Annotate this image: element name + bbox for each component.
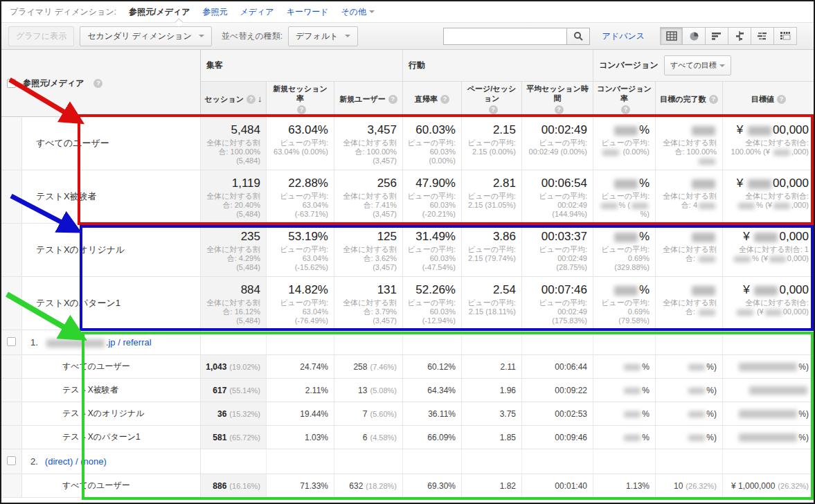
cell-value: 66.09% xyxy=(427,433,456,442)
analytics-report-screen: プライマリ ディメンション: 参照元/メディア 参照元 メディア キーワード そ… xyxy=(0,0,815,504)
redacted-blob xyxy=(699,309,715,316)
search-input[interactable] xyxy=(443,28,566,45)
column-header-avg_duration[interactable]: 平均セッション時間? xyxy=(522,82,593,116)
help-icon[interactable]: ? xyxy=(555,105,564,114)
term-cloud-view-button[interactable] xyxy=(751,27,774,45)
table-row: すべてのユーザー886(16.16%)71.33%632(18.28%)69.3… xyxy=(1,474,815,498)
cell-sessions: 1,043(19.02%) xyxy=(201,355,267,378)
help-icon[interactable]: ? xyxy=(388,95,397,104)
data-table-view-button[interactable] xyxy=(660,27,683,45)
show-in-graph-button[interactable]: グラフに表示 xyxy=(8,26,74,46)
help-icon[interactable]: ? xyxy=(709,95,718,104)
redacted-blob xyxy=(614,179,638,189)
help-icon[interactable]: ? xyxy=(621,105,630,114)
cell-pages_per_session: 1.96 xyxy=(462,379,522,402)
dimension-tab-other[interactable]: その他 xyxy=(341,6,375,18)
dimension-tab-source[interactable]: 参照元 xyxy=(203,6,228,18)
empty-cell xyxy=(593,449,656,474)
table-search xyxy=(443,28,590,45)
checkbox-column-cell xyxy=(1,449,22,474)
goal-selector-dropdown[interactable]: すべての目標 xyxy=(664,55,731,75)
cell-main-value: 47.90% xyxy=(406,177,456,190)
redacted-blob xyxy=(737,309,753,316)
cell-value: %) xyxy=(737,362,809,372)
dimension-tab-source-medium[interactable]: 参照元/メディア xyxy=(129,6,190,18)
cell-main-value: 3,457 xyxy=(337,123,397,137)
section-source-cell: 2.(direct) / (none) xyxy=(22,449,201,474)
column-header-bounce_rate[interactable]: 直帰率? xyxy=(403,82,462,116)
cell-value: 6 xyxy=(363,433,368,442)
cell-percent: (5.08%) xyxy=(370,386,397,395)
cell-main-value: 256 xyxy=(337,177,397,190)
percentage-view-button[interactable] xyxy=(683,27,706,45)
cell-new_users: 632(18.28%) xyxy=(334,474,403,497)
search-button[interactable] xyxy=(566,28,590,45)
cell-main-value: 22.88% xyxy=(269,177,328,190)
row-checkbox[interactable] xyxy=(7,456,16,465)
checkbox-column-cell xyxy=(1,330,22,354)
cell-value: 2.11 xyxy=(501,362,516,372)
redacted-blob xyxy=(734,256,751,262)
report-table: 参照元/メディア?集客行動コンバージョンすべての目標セッション?↓新規セッション… xyxy=(1,50,815,498)
cell-value: % xyxy=(623,409,650,419)
cell-main-value: 53.19% xyxy=(269,230,328,244)
dimension-tab-keyword[interactable]: キーワード xyxy=(287,6,329,18)
cell-main-value xyxy=(659,230,717,244)
help-icon[interactable]: ? xyxy=(440,95,449,104)
help-icon[interactable]: ? xyxy=(777,95,786,104)
cell-sub-value: ビューの平均: 2.15 (0.00%) xyxy=(465,138,516,156)
cell-value: %) xyxy=(737,409,809,419)
cell-pages_per_session: 2.11 xyxy=(462,355,522,378)
help-icon[interactable]: ? xyxy=(489,105,498,114)
row-checkbox[interactable] xyxy=(7,337,16,346)
empty-cell xyxy=(462,449,522,474)
redacted-blob xyxy=(624,388,641,394)
cell-percent: (16.16%) xyxy=(229,482,260,490)
pivot-view-button[interactable] xyxy=(774,27,797,45)
column-header-goal_value[interactable]: 目標値? xyxy=(723,82,815,116)
redacted-blob xyxy=(739,410,797,418)
cell-sub-value: 全体に対する割合: 3.79% (3,457) xyxy=(337,298,397,325)
cell-percent: (15.32%) xyxy=(229,410,260,418)
cell-sub-value: 全体に対する割合: 20.40% (5,484) xyxy=(204,192,260,219)
sort-type-dropdown[interactable]: デフォルト xyxy=(288,26,358,46)
help-icon[interactable]: ? xyxy=(297,105,306,114)
comparison-view-button[interactable] xyxy=(728,27,751,45)
advanced-filter-link[interactable]: アドバンス xyxy=(602,30,645,42)
help-icon[interactable]: ? xyxy=(247,95,256,104)
cell-avg_duration: 00:06:44 xyxy=(522,355,593,378)
column-header-pages_per_session[interactable]: ページ/セッション? xyxy=(462,82,522,116)
column-header-new_session_rate[interactable]: 新規セッション率? xyxy=(267,82,334,116)
cell-new_users: 7(5.60%) xyxy=(334,402,403,425)
column-header-new_users[interactable]: 新規ユーザー? xyxy=(334,82,403,116)
cell-sub-value: 全体に対する割合: xyxy=(659,298,717,316)
cell-new_session_rate: 63.04%ビューの平均: 63.04% (0.00%) xyxy=(267,117,334,170)
source-link[interactable]: (direct) / (none) xyxy=(45,456,107,467)
column-header-label: ページ/セッション xyxy=(465,84,519,103)
source-link[interactable]: .jp / referral xyxy=(45,337,152,348)
cell-sub-value: 全体に対する割合: 100.00% (¥ ,000) xyxy=(726,138,809,156)
cell-value: 886 xyxy=(213,481,226,491)
cell-new_users: 258(7.46%) xyxy=(334,355,403,378)
column-header-label: 目標の完了数 xyxy=(660,94,706,104)
row-checkbox[interactable] xyxy=(7,79,16,88)
cell-main-value: 31.49% xyxy=(406,230,456,244)
cell-goal_completions: 全体に対する割合: 100.00% xyxy=(656,117,723,170)
dimension-tab-medium[interactable]: メディア xyxy=(240,6,274,18)
help-icon[interactable]: ? xyxy=(93,79,102,88)
redacted-blob xyxy=(688,411,705,417)
table-row: すべてのユーザー1,043(19.02%)24.74%258(7.46%)60.… xyxy=(1,355,815,379)
cell-goal_completions: 全体に対する割合: 4 xyxy=(656,170,723,223)
metric-group-label: 行動 xyxy=(409,60,425,71)
performance-view-button[interactable] xyxy=(706,27,728,45)
cell-avg_duration: 00:02:49ビューの平均: 00:02:49 (0.00%) xyxy=(522,117,593,170)
column-header-goal_completions[interactable]: 目標の完了数? xyxy=(656,82,723,116)
row-label: テストXのオリジナル xyxy=(22,224,201,276)
cell-sub-value: ビューの平均: % (%) xyxy=(596,192,650,219)
empty-cell xyxy=(522,330,593,354)
secondary-dimension-button[interactable]: セカンダリ ディメンション xyxy=(80,26,212,46)
table-row: テストXのパターン1581(65.72%)1.03%6(4.58%)66.09%… xyxy=(1,426,815,449)
column-header-conversion_rate[interactable]: コンバージョン率? xyxy=(593,82,656,116)
cell-sub-value: 全体に対する割合: 1% (¥0,000) xyxy=(726,245,809,263)
column-header-sessions[interactable]: セッション?↓ xyxy=(201,82,267,116)
